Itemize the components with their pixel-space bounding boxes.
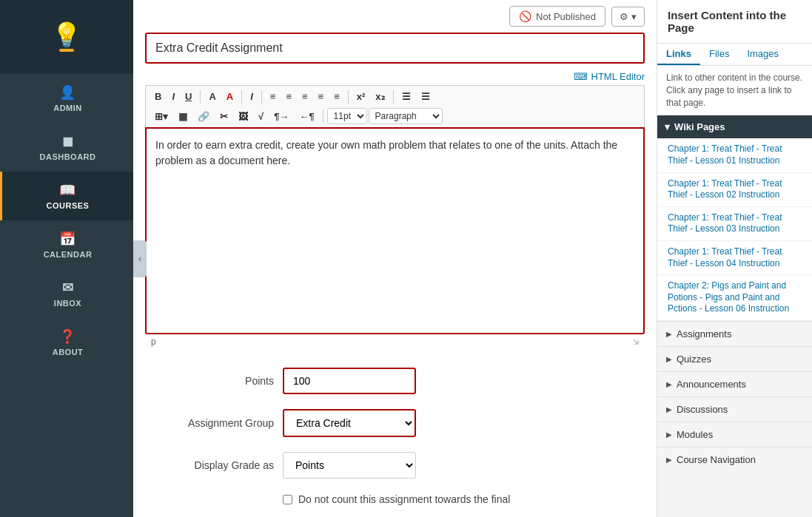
- sidebar-item-label-courses: COURSES: [47, 201, 90, 210]
- assignment-title-input[interactable]: [145, 33, 645, 64]
- html-editor-toggle[interactable]: ⌨ HTML Editor: [145, 71, 645, 82]
- toolbar-sep-5: [393, 90, 394, 104]
- final-count-label: Do not count this assignment towards the…: [298, 493, 510, 505]
- points-input[interactable]: [283, 368, 416, 394]
- table-button[interactable]: ⊞▾: [150, 109, 172, 124]
- section-chevron-assignments-icon: ▶: [666, 330, 672, 338]
- font-bg-button[interactable]: A: [222, 89, 238, 104]
- section-chevron-course-navigation-icon: ▶: [666, 456, 672, 464]
- sidebar-item-courses[interactable]: 📖COURSES: [0, 172, 133, 220]
- font-size-select[interactable]: 11pt 8pt 10pt 12pt 14pt 18pt 24pt 36pt: [327, 108, 367, 124]
- media-button[interactable]: ▦: [174, 109, 192, 124]
- assignment-group-label: Assignment Group: [163, 417, 274, 429]
- calendar-icon: 📅: [59, 231, 76, 247]
- toolbar-sep-2: [241, 90, 242, 104]
- display-grade-label: Display Grade as: [163, 459, 274, 471]
- image-button[interactable]: 🖼: [234, 109, 252, 124]
- display-grade-select[interactable]: PointsPercentageComplete/IncompleteLette…: [283, 452, 416, 479]
- link-button[interactable]: 🔗: [193, 109, 214, 124]
- sidebar-item-calendar[interactable]: 📅CALENDAR: [0, 220, 133, 269]
- align-right-button[interactable]: ≡: [298, 89, 312, 104]
- superscript-button[interactable]: x²: [352, 89, 370, 104]
- section-chevron-announcements-icon: ▶: [666, 380, 672, 388]
- section-label-announcements: Announcements: [677, 379, 746, 390]
- math-button[interactable]: √: [254, 109, 268, 124]
- indent-button[interactable]: ≡: [329, 89, 344, 104]
- align-left-button[interactable]: ≡: [266, 89, 281, 104]
- resize-handle[interactable]: ⇲: [633, 338, 639, 346]
- collapse-sidebar-button[interactable]: ‹: [133, 240, 147, 277]
- section-assignments[interactable]: ▶Assignments: [657, 321, 812, 346]
- section-label-assignments: Assignments: [677, 328, 731, 339]
- section-announcements[interactable]: ▶Announcements: [657, 371, 812, 396]
- section-quizzes[interactable]: ▶Quizzes: [657, 346, 812, 371]
- sidebar-nav: 👤ADMIN◼DASHBOARD📖COURSES📅CALENDAR✉INBOX❓…: [0, 74, 133, 517]
- wiki-link-item[interactable]: Chapter 1: Treat Thief - Treat Thief - L…: [657, 207, 812, 241]
- wiki-link-item[interactable]: Chapter 1: Treat Thief - Treat Thief - L…: [657, 241, 812, 275]
- toolbar-sep-6: [323, 109, 323, 123]
- editor-container: ⌨ HTML Editor B I U A A I ≡ ≡ ≡ ≡ ≡ x² x…: [133, 33, 657, 356]
- html-editor-icon: ⌨: [574, 71, 588, 82]
- about-icon: ❓: [59, 328, 76, 345]
- section-chevron-discussions-icon: ▶: [666, 405, 672, 413]
- rtl-button[interactable]: ←¶: [295, 109, 318, 124]
- ltr-button[interactable]: ¶→: [269, 109, 293, 124]
- underline-button[interactable]: U: [181, 89, 196, 104]
- section-course-navigation[interactable]: ▶Course Navigation: [657, 447, 812, 472]
- logo-area: 💡: [0, 0, 133, 74]
- app-logo: 💡: [49, 15, 84, 59]
- wiki-link-item[interactable]: Chapter 1: Treat Thief - Treat Thief - L…: [657, 173, 812, 207]
- tab-images[interactable]: Images: [738, 44, 788, 65]
- italic2-button[interactable]: I: [246, 89, 258, 104]
- tab-files[interactable]: Files: [700, 44, 738, 65]
- right-panel: Insert Content into the Page LinksFilesI…: [657, 0, 812, 517]
- tab-links[interactable]: Links: [657, 44, 700, 65]
- editor-content-area[interactable]: In order to earn extra credit, create yo…: [145, 127, 645, 334]
- align-justify-button[interactable]: ≡: [314, 89, 329, 104]
- align-center-button[interactable]: ≡: [281, 89, 296, 104]
- settings-button[interactable]: ⚙ ▾: [611, 7, 645, 27]
- assignment-group-select[interactable]: Extra CreditAssignmentsQuizzes: [283, 409, 416, 437]
- panel-tabs: LinksFilesImages: [657, 44, 812, 66]
- admin-icon: 👤: [59, 84, 76, 101]
- subscript-button[interactable]: x₂: [371, 89, 389, 104]
- dashboard-icon: ◼: [62, 133, 74, 149]
- assignment-group-row: Assignment Group Extra CreditAssignments…: [163, 409, 627, 437]
- unordered-list-button[interactable]: ☰: [397, 89, 415, 104]
- paragraph-select[interactable]: Paragraph Heading 1 Heading 2 Heading 3 …: [369, 108, 443, 124]
- panel-hint: Link to other content in the course. Cli…: [657, 66, 812, 115]
- sidebar-item-label-inbox: INBOX: [54, 299, 81, 308]
- toolbar-sep-4: [348, 90, 349, 104]
- toolbar-sep-1: [200, 90, 201, 104]
- final-count-row: Do not count this assignment towards the…: [163, 493, 627, 505]
- wiki-pages-header[interactable]: ▾ Wiki Pages: [657, 115, 812, 138]
- editor-toolbar: B I U A A I ≡ ≡ ≡ ≡ ≡ x² x₂ ☰ ☰ ⊞▾ ▦ 🔗: [145, 85, 645, 127]
- section-label-quizzes: Quizzes: [677, 354, 711, 365]
- final-count-checkbox[interactable]: [283, 495, 292, 504]
- not-published-icon: 🚫: [519, 10, 531, 22]
- section-modules[interactable]: ▶Modules: [657, 422, 812, 447]
- wiki-link-item[interactable]: Chapter 2: Pigs and Paint and Potions - …: [657, 275, 812, 321]
- ordered-list-button[interactable]: ☰: [417, 89, 434, 104]
- html-editor-label: HTML Editor: [591, 71, 645, 82]
- not-published-button[interactable]: 🚫 Not Published: [509, 6, 605, 27]
- top-bar: 🚫 Not Published ⚙ ▾: [133, 0, 657, 33]
- unlink-button[interactable]: ✂: [215, 109, 232, 124]
- assignment-form: Points Assignment Group Extra CreditAssi…: [133, 356, 657, 517]
- sidebar: 💡 👤ADMIN◼DASHBOARD📖COURSES📅CALENDAR✉INBO…: [0, 0, 133, 517]
- bold-button[interactable]: B: [150, 89, 166, 104]
- sidebar-item-inbox[interactable]: ✉INBOX: [0, 269, 133, 318]
- wiki-chevron-icon: ▾: [665, 121, 670, 132]
- points-label: Points: [163, 375, 274, 387]
- sidebar-item-admin[interactable]: 👤ADMIN: [0, 74, 133, 123]
- wiki-link-item[interactable]: Chapter 1: Treat Thief - Treat Thief - L…: [657, 138, 812, 172]
- italic-button[interactable]: I: [167, 89, 179, 104]
- font-color-button[interactable]: A: [204, 89, 220, 104]
- editor-tag-label: p: [151, 337, 156, 347]
- display-grade-row: Display Grade as PointsPercentageComplet…: [163, 452, 627, 479]
- sidebar-item-about[interactable]: ❓ABOUT: [0, 318, 133, 367]
- section-discussions[interactable]: ▶Discussions: [657, 396, 812, 422]
- sidebar-item-dashboard[interactable]: ◼DASHBOARD: [0, 123, 133, 172]
- courses-icon: 📖: [59, 182, 76, 198]
- sidebar-item-label-admin: ADMIN: [53, 104, 82, 112]
